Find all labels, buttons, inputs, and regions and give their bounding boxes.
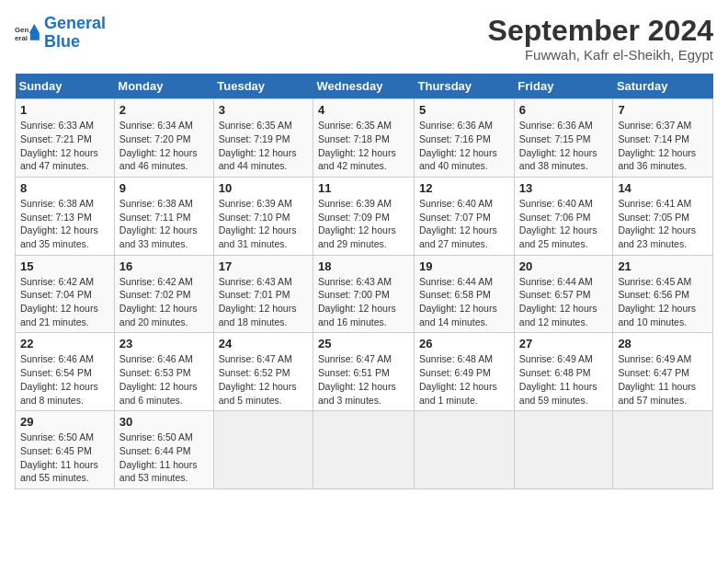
calendar-cell (213, 411, 313, 489)
day-number: 15 (20, 259, 109, 273)
calendar-cell (415, 411, 515, 489)
logo: Gen eral General Blue (15, 15, 106, 52)
day-number: 26 (419, 337, 509, 350)
day-info: Sunrise: 6:44 AM Sunset: 6:58 PM Dayligh… (419, 275, 509, 329)
svg-text:Gen: Gen (15, 26, 28, 34)
day-number: 4 (318, 103, 409, 117)
day-number: 27 (519, 337, 609, 350)
day-number: 19 (419, 259, 509, 273)
day-number: 14 (618, 181, 708, 195)
day-number: 17 (219, 259, 308, 273)
day-info: Sunrise: 6:46 AM Sunset: 6:54 PM Dayligh… (20, 352, 109, 407)
calendar-cell: 11Sunrise: 6:39 AM Sunset: 7:09 PM Dayli… (313, 177, 415, 255)
day-number: 8 (20, 181, 109, 195)
day-info: Sunrise: 6:42 AM Sunset: 7:02 PM Dayligh… (119, 275, 209, 329)
day-info: Sunrise: 6:40 AM Sunset: 7:07 PM Dayligh… (419, 197, 509, 251)
title-block: September 2024 Fuwwah, Kafr el-Sheikh, E… (488, 15, 713, 63)
day-info: Sunrise: 6:49 AM Sunset: 6:48 PM Dayligh… (519, 352, 609, 407)
location-subtitle: Fuwwah, Kafr el-Sheikh, Egypt (488, 47, 713, 63)
day-info: Sunrise: 6:50 AM Sunset: 6:45 PM Dayligh… (20, 431, 109, 485)
calendar-cell: 5Sunrise: 6:36 AM Sunset: 7:16 PM Daylig… (415, 99, 515, 178)
day-number: 16 (119, 259, 209, 273)
day-info: Sunrise: 6:47 AM Sunset: 6:51 PM Dayligh… (318, 352, 409, 407)
day-number: 9 (119, 181, 209, 195)
weekday-header-thursday: Thursday (415, 74, 515, 99)
day-info: Sunrise: 6:48 AM Sunset: 6:49 PM Dayligh… (419, 352, 509, 407)
calendar-cell: 8Sunrise: 6:38 AM Sunset: 7:13 PM Daylig… (16, 177, 115, 255)
calendar-cell: 28Sunrise: 6:49 AM Sunset: 6:47 PM Dayli… (613, 333, 713, 411)
day-info: Sunrise: 6:42 AM Sunset: 7:04 PM Dayligh… (20, 275, 109, 329)
day-info: Sunrise: 6:41 AM Sunset: 7:05 PM Dayligh… (618, 197, 708, 251)
weekday-header-saturday: Saturday (613, 74, 713, 99)
svg-text:eral: eral (15, 34, 28, 42)
calendar-cell: 30Sunrise: 6:50 AM Sunset: 6:44 PM Dayli… (114, 411, 213, 489)
day-number: 12 (419, 181, 509, 195)
day-info: Sunrise: 6:33 AM Sunset: 7:21 PM Dayligh… (20, 119, 109, 173)
page-header: Gen eral General Blue September 2024 Fuw… (15, 15, 713, 63)
calendar-cell: 22Sunrise: 6:46 AM Sunset: 6:54 PM Dayli… (16, 333, 115, 411)
day-info: Sunrise: 6:34 AM Sunset: 7:20 PM Dayligh… (119, 119, 209, 173)
calendar-cell: 9Sunrise: 6:38 AM Sunset: 7:11 PM Daylig… (114, 177, 213, 255)
day-info: Sunrise: 6:36 AM Sunset: 7:16 PM Dayligh… (419, 119, 509, 173)
calendar-cell: 26Sunrise: 6:48 AM Sunset: 6:49 PM Dayli… (415, 333, 515, 411)
day-number: 28 (618, 337, 708, 350)
calendar-week-3: 15Sunrise: 6:42 AM Sunset: 7:04 PM Dayli… (16, 255, 713, 333)
day-number: 2 (119, 103, 209, 117)
day-info: Sunrise: 6:35 AM Sunset: 7:19 PM Dayligh… (219, 119, 308, 173)
weekday-header-row: SundayMondayTuesdayWednesdayThursdayFrid… (16, 74, 713, 99)
calendar-cell (313, 411, 415, 489)
calendar-week-2: 8Sunrise: 6:38 AM Sunset: 7:13 PM Daylig… (16, 177, 713, 255)
day-info: Sunrise: 6:38 AM Sunset: 7:13 PM Dayligh… (20, 197, 109, 251)
svg-rect-3 (30, 33, 40, 40)
calendar-cell: 6Sunrise: 6:36 AM Sunset: 7:15 PM Daylig… (514, 99, 613, 178)
day-info: Sunrise: 6:40 AM Sunset: 7:06 PM Dayligh… (519, 197, 609, 251)
calendar-cell: 14Sunrise: 6:41 AM Sunset: 7:05 PM Dayli… (613, 177, 713, 255)
day-number: 6 (519, 103, 609, 117)
day-number: 24 (219, 337, 308, 350)
day-info: Sunrise: 6:35 AM Sunset: 7:18 PM Dayligh… (318, 119, 409, 173)
day-info: Sunrise: 6:43 AM Sunset: 7:00 PM Dayligh… (318, 275, 409, 329)
calendar-cell: 18Sunrise: 6:43 AM Sunset: 7:00 PM Dayli… (313, 255, 415, 333)
weekday-header-wednesday: Wednesday (313, 74, 415, 99)
calendar-cell: 1Sunrise: 6:33 AM Sunset: 7:21 PM Daylig… (16, 99, 115, 178)
calendar-cell: 12Sunrise: 6:40 AM Sunset: 7:07 PM Dayli… (415, 177, 515, 255)
day-info: Sunrise: 6:37 AM Sunset: 7:14 PM Dayligh… (618, 119, 708, 173)
calendar-cell: 7Sunrise: 6:37 AM Sunset: 7:14 PM Daylig… (613, 99, 713, 178)
logo-text: General Blue (44, 15, 106, 52)
logo-icon: Gen eral (15, 20, 40, 46)
day-info: Sunrise: 6:36 AM Sunset: 7:15 PM Dayligh… (519, 119, 609, 173)
day-number: 23 (119, 337, 209, 350)
month-title: September 2024 (488, 15, 713, 47)
weekday-header-friday: Friday (514, 74, 613, 99)
day-number: 11 (318, 181, 409, 195)
day-info: Sunrise: 6:39 AM Sunset: 7:09 PM Dayligh… (318, 197, 409, 251)
day-number: 22 (20, 337, 109, 350)
day-number: 30 (119, 415, 209, 429)
day-info: Sunrise: 6:38 AM Sunset: 7:11 PM Dayligh… (119, 197, 209, 251)
day-number: 29 (20, 415, 109, 429)
calendar-cell: 2Sunrise: 6:34 AM Sunset: 7:20 PM Daylig… (114, 99, 213, 178)
calendar-cell: 20Sunrise: 6:44 AM Sunset: 6:57 PM Dayli… (514, 255, 613, 333)
day-info: Sunrise: 6:45 AM Sunset: 6:56 PM Dayligh… (618, 275, 708, 329)
day-info: Sunrise: 6:49 AM Sunset: 6:47 PM Dayligh… (618, 352, 708, 407)
day-number: 5 (419, 103, 509, 117)
calendar-cell: 29Sunrise: 6:50 AM Sunset: 6:45 PM Dayli… (16, 411, 115, 489)
day-info: Sunrise: 6:43 AM Sunset: 7:01 PM Dayligh… (219, 275, 308, 329)
calendar-cell: 24Sunrise: 6:47 AM Sunset: 6:52 PM Dayli… (213, 333, 313, 411)
day-info: Sunrise: 6:46 AM Sunset: 6:53 PM Dayligh… (119, 352, 209, 407)
day-number: 20 (519, 259, 609, 273)
weekday-header-monday: Monday (114, 74, 213, 99)
weekday-header-sunday: Sunday (16, 74, 115, 99)
day-number: 18 (318, 259, 409, 273)
svg-marker-2 (29, 24, 40, 33)
calendar-cell (613, 411, 713, 489)
calendar-week-5: 29Sunrise: 6:50 AM Sunset: 6:45 PM Dayli… (16, 411, 713, 489)
calendar-cell: 15Sunrise: 6:42 AM Sunset: 7:04 PM Dayli… (16, 255, 115, 333)
calendar-week-1: 1Sunrise: 6:33 AM Sunset: 7:21 PM Daylig… (16, 99, 713, 178)
day-number: 7 (618, 103, 708, 117)
day-number: 3 (219, 103, 308, 117)
day-number: 25 (318, 337, 409, 350)
calendar-cell: 3Sunrise: 6:35 AM Sunset: 7:19 PM Daylig… (213, 99, 313, 178)
calendar-table: SundayMondayTuesdayWednesdayThursdayFrid… (15, 74, 713, 489)
day-info: Sunrise: 6:44 AM Sunset: 6:57 PM Dayligh… (519, 275, 609, 329)
